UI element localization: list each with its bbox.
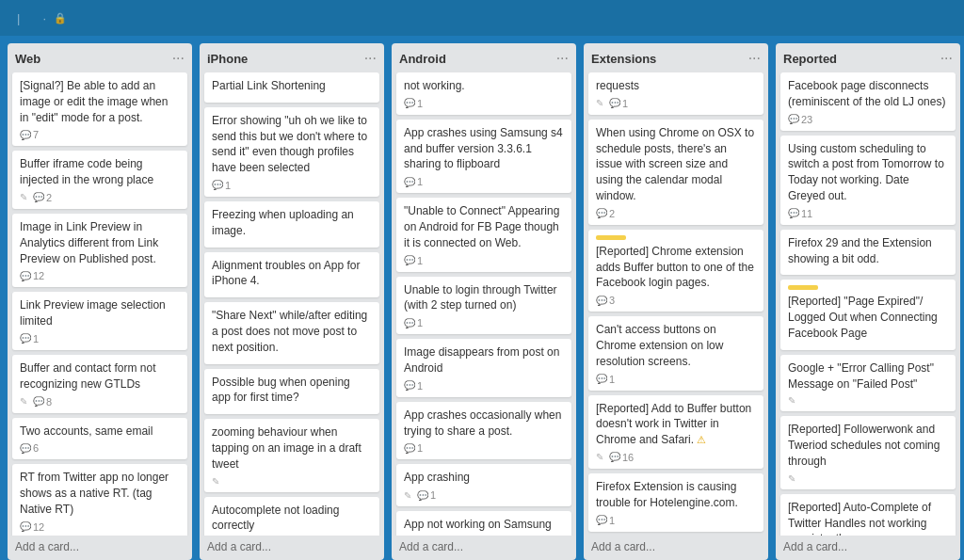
comment-count: 💬8 xyxy=(33,396,52,408)
column-menu-icon[interactable]: ··· xyxy=(556,50,569,67)
card[interactable]: Buffer and contact form not recognizing … xyxy=(12,355,187,413)
card[interactable]: Firefox 29 and the Extension showing a b… xyxy=(780,230,956,276)
card-text: zooming behaviour when tapping on an ima… xyxy=(212,424,372,472)
card-footer: ✎ xyxy=(788,395,948,406)
card[interactable]: Freezing when uploading an image. xyxy=(204,201,379,248)
card-footer: 💬1 xyxy=(404,442,564,454)
comment-count: 💬3 xyxy=(596,295,615,306)
card[interactable]: Unable to login through Twitter (with 2 … xyxy=(396,277,571,335)
comment-number: 16 xyxy=(622,452,634,463)
card[interactable]: Facebook page disconnects (reminiscent o… xyxy=(780,72,956,131)
comment-icon: 💬 xyxy=(417,490,428,501)
comment-icon: 💬 xyxy=(596,374,607,384)
card-footer: 💬1 xyxy=(404,98,564,109)
card[interactable]: [Signal?] Be able to add an image or edi… xyxy=(12,72,187,146)
column-menu-icon[interactable]: ··· xyxy=(172,50,185,67)
card[interactable]: Buffer iframe code being injected in the… xyxy=(12,151,187,209)
comment-number: 8 xyxy=(46,396,52,408)
card[interactable]: [Reported] Add to Buffer button doesn't … xyxy=(588,395,763,469)
card[interactable]: [Reported] Followerwonk and Tweriod sche… xyxy=(780,416,956,488)
card-text: Partial Link Shortening xyxy=(212,78,372,94)
card[interactable]: "Unable to Connect" Appearing on Android… xyxy=(396,198,571,271)
card[interactable]: [Reported] Chrome extension adds Buffer … xyxy=(588,230,763,312)
card[interactable]: App crashing✎💬1 xyxy=(396,464,571,506)
card[interactable]: zooming behaviour when tapping on an ima… xyxy=(204,419,379,491)
card-text: Buffer and contact form not recognizing … xyxy=(20,360,180,392)
column-menu-icon[interactable]: ··· xyxy=(364,50,377,67)
card[interactable]: [Reported] "Page Expired"/ Logged Out wh… xyxy=(780,280,956,349)
card[interactable]: Error showing "uh oh we like to send thi… xyxy=(204,107,379,197)
card[interactable]: not working.💬1 xyxy=(396,72,571,115)
card[interactable]: Google + "Error Calling Post" Message on… xyxy=(780,355,956,412)
column-title-reported: Reported xyxy=(783,52,837,66)
card-footer: ✎💬2 xyxy=(20,192,180,203)
card[interactable]: Possible bug when opening app for first … xyxy=(204,369,379,415)
column-menu-icon[interactable]: ··· xyxy=(748,50,761,67)
card-footer: 💬3 xyxy=(596,295,756,306)
add-card-button[interactable]: Add a card... xyxy=(8,536,192,560)
add-card-button[interactable]: Add a card... xyxy=(200,536,384,560)
comment-icon: 💬 xyxy=(609,98,620,108)
column-cards-extensions: requests✎💬1When using Chrome on OSX to s… xyxy=(584,72,768,536)
column-menu-icon[interactable]: ··· xyxy=(940,50,953,67)
card-text: RT from Twitter app no longer shows as a… xyxy=(20,470,180,517)
column-title-android: Android xyxy=(399,52,446,66)
comment-count: 💬12 xyxy=(20,521,44,533)
comment-count: 💬7 xyxy=(20,129,39,140)
comment-count: 💬1 xyxy=(404,98,423,109)
comment-number: 1 xyxy=(225,180,231,191)
card-footer: 💬1 xyxy=(596,515,756,526)
comment-icon: 💬 xyxy=(20,443,31,454)
comment-number: 6 xyxy=(33,442,39,454)
comment-count: 💬12 xyxy=(20,270,44,281)
card[interactable]: Alignment troubles on App for iPhone 4. xyxy=(204,252,379,298)
card-footer: 💬1 xyxy=(212,180,372,191)
edit-icon: ✎ xyxy=(596,98,603,108)
card[interactable]: Partial Link Shortening xyxy=(204,72,379,103)
comment-icon: 💬 xyxy=(20,333,31,344)
card[interactable]: App not working on Samsung Galaxy s5💬1 xyxy=(396,511,571,536)
add-card-button[interactable]: Add a card... xyxy=(392,536,576,560)
card[interactable]: "Share Next" while/after editing a post … xyxy=(204,302,379,363)
card-text: Buffer iframe code being injected in the… xyxy=(20,156,180,188)
card[interactable]: requests✎💬1 xyxy=(588,72,763,115)
column-cards-iphone: Partial Link ShorteningError showing "uh… xyxy=(200,72,384,536)
card-text: [Reported] Add to Buffer button doesn't … xyxy=(596,401,756,448)
comment-count: 💬1 xyxy=(417,489,436,501)
card-footer: ✎ xyxy=(212,476,372,487)
board: Web···[Signal?] Be able to add an image … xyxy=(0,36,964,560)
card[interactable]: Firefox Extension is causing trouble for… xyxy=(588,473,763,532)
card[interactable]: Image in Link Preview in Analytics diffe… xyxy=(12,214,187,287)
add-card-button[interactable]: Add a card... xyxy=(776,536,960,560)
card[interactable]: App crashes using Samsung s4 and buffer … xyxy=(396,120,571,193)
add-card-button[interactable]: Add a card... xyxy=(584,536,768,560)
card-label xyxy=(788,285,818,290)
comment-count: 💬1 xyxy=(404,380,423,392)
comment-count: 💬1 xyxy=(404,442,423,454)
column-cards-reported: Facebook page disconnects (reminiscent o… xyxy=(776,72,960,536)
comment-number: 1 xyxy=(622,98,628,109)
card-footer: 💬6 xyxy=(20,442,180,454)
card[interactable]: Autocomplete not loading correctly✎💬1 xyxy=(204,497,379,536)
card[interactable]: Can't access buttons on Chrome extension… xyxy=(588,316,763,390)
comment-icon: 💬 xyxy=(404,318,415,328)
comment-number: 1 xyxy=(33,333,39,344)
card-text: Unable to login through Twitter (with 2 … xyxy=(404,282,564,314)
board-header: | · 🔒 xyxy=(0,0,964,36)
card-footer: 💬1 xyxy=(404,317,564,328)
card[interactable]: When using Chrome on OSX to schedule pos… xyxy=(588,120,763,225)
card-text: Can't access buttons on Chrome extension… xyxy=(596,322,756,369)
card-text: App not working on Samsung Galaxy s5 xyxy=(404,517,564,536)
card[interactable]: Link Preview image selection limited💬1 xyxy=(12,292,187,350)
column-header-extensions: Extensions··· xyxy=(584,43,768,72)
edit-icon: ✎ xyxy=(20,396,27,407)
column-header-reported: Reported··· xyxy=(776,43,960,72)
card[interactable]: App crashes occasionally when trying to … xyxy=(396,402,571,460)
card[interactable]: Image disappears from post on Android💬1 xyxy=(396,339,571,397)
card[interactable]: [Reported] Auto-Complete of Twitter Hand… xyxy=(780,494,956,536)
card[interactable]: Using custom scheduling to switch a post… xyxy=(780,136,956,225)
comment-icon: 💬 xyxy=(404,443,415,454)
card[interactable]: Two accounts, same email💬6 xyxy=(12,418,187,460)
card-text: Google + "Error Calling Post" Message on… xyxy=(788,360,948,392)
card[interactable]: RT from Twitter app no longer shows as a… xyxy=(12,464,187,536)
